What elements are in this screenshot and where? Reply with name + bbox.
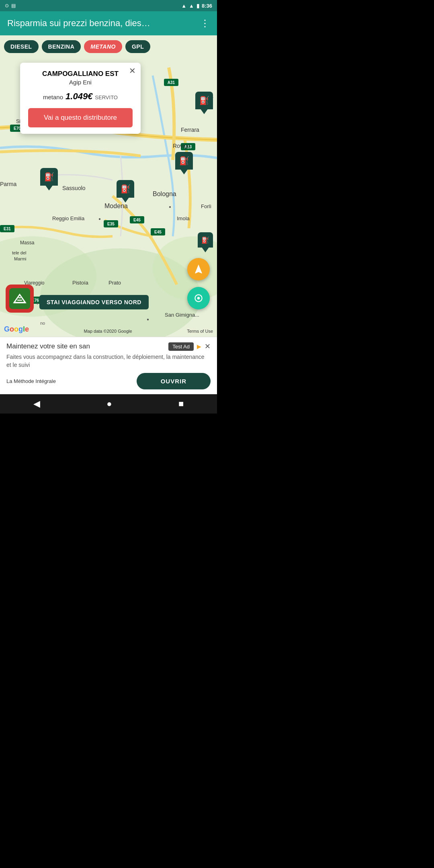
svg-text:Imola: Imola bbox=[177, 215, 190, 221]
travel-direction-banner: STAI VIAGGIANDO VERSO NORD bbox=[39, 295, 149, 309]
nav-home-button[interactable]: ● bbox=[94, 395, 124, 412]
svg-text:●: ● bbox=[147, 317, 149, 321]
popup-close-button[interactable]: ✕ bbox=[129, 67, 136, 75]
svg-text:Ferrara: Ferrara bbox=[181, 127, 199, 133]
ad-title-text: Maintenez votre site en san bbox=[6, 342, 165, 350]
svg-text:Reggio Emilia: Reggio Emilia bbox=[52, 215, 85, 221]
svg-text:E35: E35 bbox=[107, 222, 115, 226]
filter-diesel[interactable]: DIESEL bbox=[4, 40, 39, 53]
svg-point-45 bbox=[197, 297, 200, 300]
svg-text:tele del: tele del bbox=[12, 250, 26, 255]
location-fab-button[interactable] bbox=[187, 258, 210, 280]
pin-icon-modena: ⛽ bbox=[117, 180, 134, 198]
highway-mode-icon[interactable] bbox=[6, 285, 34, 313]
map-pin-parma[interactable]: ⛽ bbox=[40, 168, 58, 186]
app-title: Risparmia sui prezzi benzina, dies… bbox=[7, 18, 195, 29]
status-icon-1: ⊙ bbox=[5, 3, 9, 8]
ad-title-part1: Maintenez votre site en san bbox=[6, 342, 90, 350]
filter-bar: DIESEL BENZINA METANO GPL bbox=[4, 40, 150, 53]
travel-direction-text: STAI VIAGGIANDO VERSO NORD bbox=[47, 299, 141, 305]
terms-of-use-link[interactable]: Terms of Use bbox=[187, 329, 213, 334]
svg-text:San Gimigna...: San Gimigna... bbox=[165, 312, 199, 318]
svg-text:●: ● bbox=[36, 301, 39, 305]
status-right-icons: ▲ ▲ ▮ 8:36 bbox=[181, 3, 212, 9]
svg-text:Rovigo: Rovigo bbox=[173, 143, 190, 149]
ad-footer-row: La Méthode Intégrale OUVRIR bbox=[6, 373, 211, 394]
ad-banner: Maintenez votre site en san Test Ad ▶ ✕ … bbox=[0, 337, 217, 394]
status-left-icons: ⊙ ▤ bbox=[5, 3, 16, 8]
ad-info-icon[interactable]: ▶ bbox=[197, 343, 201, 350]
svg-text:Sassuolo: Sassuolo bbox=[62, 185, 86, 191]
fuel-price: 1.049€ bbox=[66, 91, 92, 102]
filter-gpl[interactable]: GPL bbox=[125, 40, 150, 53]
svg-text:Pistoía: Pistoía bbox=[72, 280, 89, 286]
svg-text:Bologna: Bologna bbox=[153, 190, 176, 197]
filter-metano[interactable]: METANO bbox=[84, 40, 122, 53]
fuel-label: metano bbox=[43, 94, 63, 100]
svg-text:●: ● bbox=[169, 205, 171, 209]
ad-control-icons: ▶ ✕ bbox=[197, 342, 211, 351]
ad-body-text: Faites vous accompagnez dans la construc… bbox=[6, 353, 211, 369]
svg-text:Forlì: Forlì bbox=[201, 203, 211, 209]
map-attribution: Google Map data ©2020 Google Terms of Us… bbox=[4, 325, 213, 334]
station-brand: Agip Eni bbox=[28, 79, 133, 86]
svg-text:●: ● bbox=[98, 217, 101, 221]
svg-text:E45: E45 bbox=[133, 218, 141, 222]
service-type: SERVITO bbox=[95, 94, 118, 100]
overflow-menu-button[interactable]: ⋮ bbox=[200, 18, 210, 29]
svg-text:A31: A31 bbox=[168, 80, 175, 85]
station-popup: ✕ CAMPOGALLIANO EST Agip Eni metano 1.04… bbox=[20, 63, 141, 134]
price-row: metano 1.049€ SERVITO bbox=[28, 91, 133, 102]
pin-icon-ferrara: ⛽ bbox=[175, 152, 193, 170]
status-icon-2: ▤ bbox=[11, 3, 16, 8]
map-pin-ferrara[interactable]: ⛽ bbox=[175, 152, 193, 170]
time-display: 8:36 bbox=[202, 3, 212, 9]
map-area[interactable]: E70 A31 A13 E45 E45 E35 E31 E76 Sirmione… bbox=[0, 35, 217, 337]
map-pin-modena[interactable]: ⛽ bbox=[117, 180, 134, 198]
svg-text:Marmi: Marmi bbox=[14, 256, 27, 261]
pin-icon-east: ⛽ bbox=[198, 232, 213, 248]
ad-close-button[interactable]: ✕ bbox=[205, 342, 211, 351]
map-data-attribution: Map data ©2020 Google bbox=[84, 329, 132, 334]
google-logo: Google bbox=[4, 325, 29, 334]
nav-back-button[interactable]: ◀ bbox=[21, 395, 52, 412]
ad-test-badge: Test Ad bbox=[168, 342, 194, 351]
svg-text:Parma: Parma bbox=[0, 181, 16, 187]
navigate-to-station-button[interactable]: Vai a questo distributore bbox=[28, 108, 133, 127]
ad-brand-label: La Méthode Intégrale bbox=[6, 378, 56, 384]
gps-fab-button[interactable] bbox=[187, 287, 210, 309]
ad-header-row: Maintenez votre site en san Test Ad ▶ ✕ bbox=[6, 342, 211, 351]
svg-text:E31: E31 bbox=[4, 227, 11, 231]
map-pin-east[interactable]: ⛽ bbox=[198, 232, 213, 248]
pin-icon-ne: ⛽ bbox=[195, 92, 213, 109]
battery-icon: ▮ bbox=[197, 3, 199, 9]
wifi-icon: ▲ bbox=[181, 3, 186, 9]
highway-inner-icon bbox=[9, 288, 30, 309]
svg-text:Prato: Prato bbox=[108, 280, 121, 286]
svg-text:Modena: Modena bbox=[104, 203, 128, 209]
pin-icon-parma: ⛽ bbox=[40, 168, 58, 186]
map-pin-northeast[interactable]: ⛽ bbox=[195, 92, 213, 109]
signal-icon: ▲ bbox=[189, 3, 194, 9]
status-bar: ⊙ ▤ ▲ ▲ ▮ 8:36 bbox=[0, 0, 217, 11]
svg-text:E45: E45 bbox=[154, 230, 162, 234]
svg-text:Massa: Massa bbox=[20, 240, 35, 246]
station-name: CAMPOGALLIANO EST bbox=[28, 70, 133, 78]
app-toolbar: Risparmia sui prezzi benzina, dies… ⋮ bbox=[0, 11, 217, 35]
filter-benzina[interactable]: BENZINA bbox=[42, 40, 81, 53]
nav-recents-button[interactable]: ■ bbox=[166, 395, 196, 412]
ad-open-button[interactable]: OUVRIR bbox=[137, 373, 211, 389]
bottom-navigation-bar: ◀ ● ■ bbox=[0, 394, 217, 414]
